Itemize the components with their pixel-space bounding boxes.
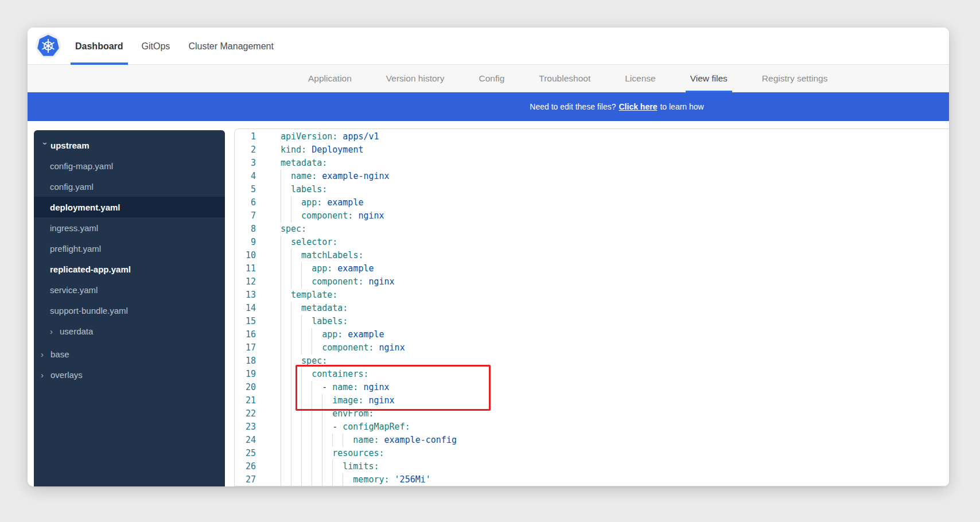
code-text: component: nginx bbox=[281, 209, 384, 223]
tree-item-label: deployment.yaml bbox=[50, 202, 120, 212]
code-text: component: nginx bbox=[281, 341, 405, 355]
edit-files-banner: Need to edit these files? Click here to … bbox=[28, 92, 949, 121]
subnav-item-license[interactable]: License bbox=[620, 65, 660, 92]
line-number: 20 bbox=[235, 381, 256, 394]
code-line: 20- name: nginx bbox=[235, 381, 949, 394]
line-number: 25 bbox=[235, 447, 256, 460]
code-text: image: nginx bbox=[281, 394, 395, 407]
code-text: resources: bbox=[281, 447, 384, 460]
line-number: 17 bbox=[235, 341, 256, 355]
code-text: component: nginx bbox=[281, 275, 395, 289]
code-line: 4name: example-nginx bbox=[235, 170, 949, 183]
code-line: 15labels: bbox=[235, 315, 949, 328]
line-number: 22 bbox=[235, 407, 256, 420]
tree-item-ingress-yaml[interactable]: ingress.yaml bbox=[34, 217, 225, 238]
tree-item-service-yaml[interactable]: service.yaml bbox=[34, 279, 225, 300]
tree-item-label: config-map.yaml bbox=[50, 161, 113, 171]
tree-item-preflight-yaml[interactable]: preflight.yaml bbox=[34, 238, 225, 259]
code-line: 18spec: bbox=[235, 355, 949, 368]
code-line: 10matchLabels: bbox=[235, 249, 949, 262]
code-line: 24name: example-config bbox=[235, 434, 949, 447]
code-line: 6app: example bbox=[235, 196, 949, 209]
subnav-item-registry-settings[interactable]: Registry settings bbox=[757, 65, 833, 92]
line-number: 23 bbox=[235, 420, 256, 434]
subnav-item-version-history[interactable]: Version history bbox=[382, 65, 449, 92]
line-number: 13 bbox=[235, 289, 256, 302]
file-tree-sidebar[interactable]: ›upstreamconfig-map.yamlconfig.yamldeplo… bbox=[34, 130, 225, 486]
code-text: containers: bbox=[281, 368, 368, 381]
tree-item-userdata[interactable]: ›userdata bbox=[34, 321, 225, 341]
chevron-right-icon: › bbox=[41, 349, 50, 359]
subnav-item-troubleshoot[interactable]: Troubleshoot bbox=[534, 65, 595, 92]
banner-link[interactable]: Click here bbox=[619, 102, 658, 111]
code-line: 19containers: bbox=[235, 368, 949, 381]
top-navigation: DashboardGitOpsCluster Management bbox=[28, 28, 949, 65]
code-line: 26limits: bbox=[235, 460, 949, 473]
tree-item-support-bundle-yaml[interactable]: support-bundle.yaml bbox=[34, 300, 225, 321]
line-number: 18 bbox=[235, 355, 256, 368]
subnav-item-view-files[interactable]: View files bbox=[686, 65, 732, 92]
tree-item-label: config.yaml bbox=[50, 182, 94, 192]
code-text: memory: '256Mi' bbox=[281, 473, 431, 486]
code-text: name: example-config bbox=[281, 434, 457, 447]
code-line: 3metadata: bbox=[235, 157, 949, 170]
code-line: 2kind: Deployment bbox=[235, 143, 949, 157]
tree-item-config-yaml[interactable]: config.yaml bbox=[34, 176, 225, 197]
tab-dashboard[interactable]: Dashboard bbox=[71, 28, 128, 65]
tree-item-label: service.yaml bbox=[50, 285, 98, 295]
line-number: 15 bbox=[235, 315, 256, 328]
tree-item-label: userdata bbox=[60, 326, 93, 336]
banner-text: Need to edit these files? Click here to … bbox=[530, 92, 703, 121]
tree-item-label: replicated-app.yaml bbox=[50, 264, 131, 274]
line-number: 16 bbox=[235, 328, 256, 341]
yaml-editor[interactable]: 1apiVersion: apps/v12kind: Deployment3me… bbox=[234, 128, 949, 486]
line-number: 3 bbox=[235, 157, 256, 170]
code-text: - name: nginx bbox=[281, 381, 390, 394]
code-text: app: example bbox=[281, 328, 384, 341]
code-line: 11app: example bbox=[235, 262, 949, 275]
line-number: 8 bbox=[235, 223, 256, 236]
code-line: 7component: nginx bbox=[235, 209, 949, 223]
tree-item-upstream[interactable]: ›upstream bbox=[34, 135, 225, 155]
tree-item-replicated-app-yaml[interactable]: replicated-app.yaml bbox=[34, 259, 225, 279]
code-line: 17component: nginx bbox=[235, 341, 949, 355]
line-number: 10 bbox=[235, 249, 256, 262]
code-text: metadata: bbox=[281, 302, 348, 315]
chevron-down-icon: › bbox=[41, 142, 50, 151]
code-line: 5labels: bbox=[235, 183, 949, 196]
code-text: spec: bbox=[281, 223, 306, 236]
code-text: labels: bbox=[281, 183, 327, 196]
tree-item-config-map-yaml[interactable]: config-map.yaml bbox=[34, 155, 225, 176]
line-number: 24 bbox=[235, 434, 256, 447]
chevron-right-icon: › bbox=[50, 326, 60, 336]
tab-gitops[interactable]: GitOps bbox=[137, 28, 175, 65]
tree-item-base[interactable]: ›base bbox=[34, 344, 225, 364]
code-line: 9selector: bbox=[235, 236, 949, 249]
tree-item-deployment-yaml[interactable]: deployment.yaml bbox=[34, 197, 225, 217]
code-line: 23- configMapRef: bbox=[235, 420, 949, 434]
tree-item-overlays[interactable]: ›overlays bbox=[34, 364, 225, 385]
app-subnav: ApplicationVersion historyConfigTroubles… bbox=[28, 65, 949, 92]
code-text: app: example bbox=[281, 262, 374, 275]
subnav-item-application[interactable]: Application bbox=[304, 65, 356, 92]
code-line: 27memory: '256Mi' bbox=[235, 473, 949, 486]
line-number: 7 bbox=[235, 209, 256, 223]
code-text: selector: bbox=[281, 236, 337, 249]
tree-item-label: preflight.yaml bbox=[50, 244, 101, 254]
code-line: 13template: bbox=[235, 289, 949, 302]
subnav-item-config[interactable]: Config bbox=[475, 65, 510, 92]
code-text: labels: bbox=[281, 315, 348, 328]
line-number: 11 bbox=[235, 262, 256, 275]
code-text: limits: bbox=[281, 460, 379, 473]
banner-text-before: Need to edit these files? bbox=[530, 102, 616, 111]
line-number: 2 bbox=[235, 143, 256, 157]
code-text: apiVersion: apps/v1 bbox=[281, 130, 379, 143]
code-line: 22envFrom: bbox=[235, 407, 949, 420]
code-line: 12component: nginx bbox=[235, 275, 949, 289]
tab-cluster-management[interactable]: Cluster Management bbox=[184, 28, 278, 65]
code-text: name: example-nginx bbox=[281, 170, 390, 183]
top-tabs: DashboardGitOpsCluster Management bbox=[71, 28, 278, 65]
tree-item-label: support-bundle.yaml bbox=[50, 306, 128, 315]
subnav-items: ApplicationVersion historyConfigTroubles… bbox=[304, 65, 832, 92]
line-number: 5 bbox=[235, 183, 256, 196]
